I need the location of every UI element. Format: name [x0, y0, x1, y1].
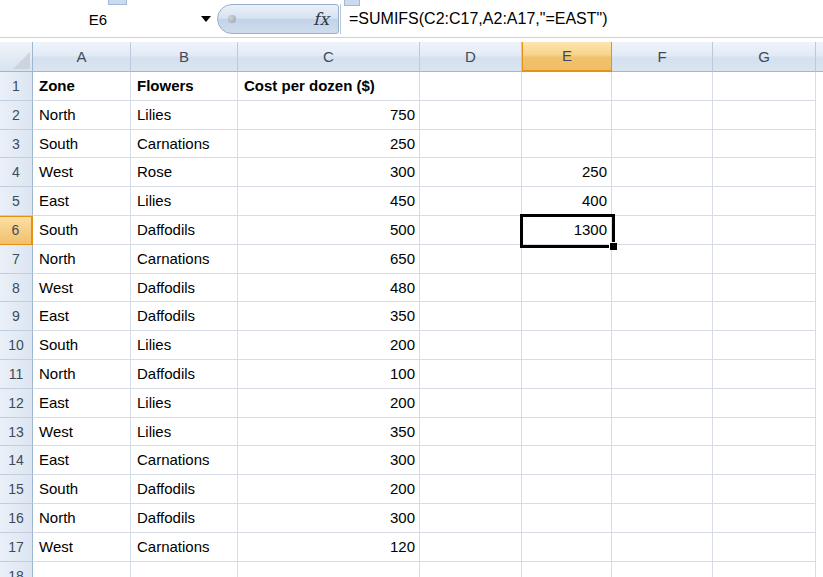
- cell-B18[interactable]: [131, 562, 238, 577]
- fill-handle[interactable]: [609, 242, 617, 250]
- cell-D8[interactable]: [420, 274, 522, 303]
- cell-D7[interactable]: [420, 245, 522, 274]
- cell-D2[interactable]: [420, 101, 522, 130]
- cell-B14[interactable]: Carnations: [131, 446, 238, 475]
- row-header-13[interactable]: 13: [0, 418, 33, 447]
- cell-A16[interactable]: North: [33, 504, 131, 533]
- cell-D17[interactable]: [420, 533, 522, 562]
- cell-B7[interactable]: Carnations: [131, 245, 238, 274]
- cell-C16[interactable]: 300: [238, 504, 420, 533]
- cell-E5[interactable]: 400: [522, 187, 612, 216]
- cell-A3[interactable]: South: [33, 130, 131, 159]
- cell-F5[interactable]: [612, 187, 713, 216]
- column-header-C[interactable]: C: [238, 42, 420, 72]
- cell-G18[interactable]: [713, 562, 816, 577]
- row-header-11[interactable]: 11: [0, 360, 33, 389]
- cell-G3[interactable]: [713, 130, 816, 159]
- cell-B5[interactable]: Lilies: [131, 187, 238, 216]
- cell-F8[interactable]: [612, 274, 713, 303]
- cell-E10[interactable]: [522, 331, 612, 360]
- column-header-A[interactable]: A: [33, 42, 131, 72]
- cell-F6[interactable]: [612, 216, 713, 245]
- cell-E13[interactable]: [522, 418, 612, 447]
- name-box-input[interactable]: [0, 6, 196, 32]
- cell-D9[interactable]: [420, 302, 522, 331]
- cell-D12[interactable]: [420, 389, 522, 418]
- cell-A10[interactable]: South: [33, 331, 131, 360]
- cell-E14[interactable]: [522, 446, 612, 475]
- row-header-3[interactable]: 3: [0, 130, 33, 159]
- cell-A6[interactable]: South: [33, 216, 131, 245]
- cell-F12[interactable]: [612, 389, 713, 418]
- cell-F16[interactable]: [612, 504, 713, 533]
- cell-C18[interactable]: [238, 562, 420, 577]
- cell-G16[interactable]: [713, 504, 816, 533]
- select-all-corner[interactable]: [0, 42, 33, 72]
- cell-A7[interactable]: North: [33, 245, 131, 274]
- cell-F9[interactable]: [612, 302, 713, 331]
- column-header-E[interactable]: E: [522, 42, 612, 72]
- cell-C13[interactable]: 350: [238, 418, 420, 447]
- cell-C14[interactable]: 300: [238, 446, 420, 475]
- cell-F1[interactable]: [612, 72, 713, 101]
- cell-F14[interactable]: [612, 446, 713, 475]
- cell-D6[interactable]: [420, 216, 522, 245]
- cell-B4[interactable]: Rose: [131, 158, 238, 187]
- cell-B2[interactable]: Lilies: [131, 101, 238, 130]
- column-header-F[interactable]: F: [612, 42, 713, 72]
- row-header-9[interactable]: 9: [0, 302, 33, 331]
- cell-G12[interactable]: [713, 389, 816, 418]
- cell-A4[interactable]: West: [33, 158, 131, 187]
- cell-C12[interactable]: 200: [238, 389, 420, 418]
- row-header-16[interactable]: 16: [0, 504, 33, 533]
- cell-F17[interactable]: [612, 533, 713, 562]
- cell-E7[interactable]: [522, 245, 612, 274]
- cell-A17[interactable]: West: [33, 533, 131, 562]
- row-header-18[interactable]: 18: [0, 562, 33, 577]
- column-header-D[interactable]: D: [420, 42, 522, 72]
- cell-A1[interactable]: Zone: [33, 72, 131, 101]
- cell-D3[interactable]: [420, 130, 522, 159]
- row-header-10[interactable]: 10: [0, 331, 33, 360]
- row-header-8[interactable]: 8: [0, 274, 33, 303]
- cell-A5[interactable]: East: [33, 187, 131, 216]
- cell-F18[interactable]: [612, 562, 713, 577]
- cell-D4[interactable]: [420, 158, 522, 187]
- cell-D1[interactable]: [420, 72, 522, 101]
- cell-G5[interactable]: [713, 187, 816, 216]
- cell-B6[interactable]: Daffodils: [131, 216, 238, 245]
- cell-B12[interactable]: Lilies: [131, 389, 238, 418]
- insert-function-button[interactable]: fx: [313, 9, 329, 29]
- row-header-5[interactable]: 5: [0, 187, 33, 216]
- cell-B17[interactable]: Carnations: [131, 533, 238, 562]
- cell-G17[interactable]: [713, 533, 816, 562]
- cell-D5[interactable]: [420, 187, 522, 216]
- row-header-14[interactable]: 14: [0, 446, 33, 475]
- cell-D15[interactable]: [420, 475, 522, 504]
- row-header-17[interactable]: 17: [0, 533, 33, 562]
- cell-F4[interactable]: [612, 158, 713, 187]
- row-header-4[interactable]: 4: [0, 158, 33, 187]
- cell-G7[interactable]: [713, 245, 816, 274]
- cell-G13[interactable]: [713, 418, 816, 447]
- cell-C11[interactable]: 100: [238, 360, 420, 389]
- cell-C5[interactable]: 450: [238, 187, 420, 216]
- cell-E18[interactable]: [522, 562, 612, 577]
- cell-A9[interactable]: East: [33, 302, 131, 331]
- cell-A14[interactable]: East: [33, 446, 131, 475]
- cell-E1[interactable]: [522, 72, 612, 101]
- cell-A11[interactable]: North: [33, 360, 131, 389]
- column-header-G[interactable]: G: [713, 42, 816, 72]
- cell-F13[interactable]: [612, 418, 713, 447]
- cell-A2[interactable]: North: [33, 101, 131, 130]
- cell-B11[interactable]: Daffodils: [131, 360, 238, 389]
- cell-D13[interactable]: [420, 418, 522, 447]
- name-box-dropdown-button[interactable]: [196, 6, 216, 32]
- cell-A15[interactable]: South: [33, 475, 131, 504]
- cell-E11[interactable]: [522, 360, 612, 389]
- cell-C10[interactable]: 200: [238, 331, 420, 360]
- cell-C17[interactable]: 120: [238, 533, 420, 562]
- row-header-7[interactable]: 7: [0, 245, 33, 274]
- cell-C8[interactable]: 480: [238, 274, 420, 303]
- cell-B10[interactable]: Lilies: [131, 331, 238, 360]
